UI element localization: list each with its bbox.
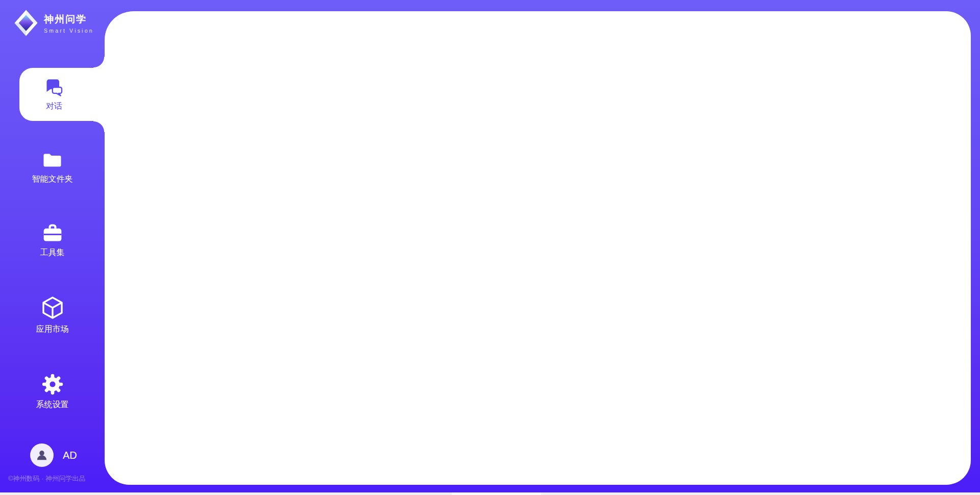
sidebar-item-chat[interactable]: 对话 [19, 68, 106, 121]
avatar [30, 443, 54, 467]
sidebar-item-folders[interactable]: 智能文件夹 [0, 150, 105, 185]
copyright-footer: ©神州数码 · 神州问学出品 [8, 474, 85, 483]
brand-logo: 神州问学 Smart Vision [13, 9, 94, 37]
user-initials: AD [63, 450, 77, 461]
user-profile[interactable]: AD [30, 443, 77, 467]
sidebar-item-label: 对话 [46, 101, 62, 112]
brand-name: 神州问学 [44, 13, 94, 26]
sidebar-item-label: 系统设置 [36, 400, 69, 410]
sidebar-item-label: 工具集 [40, 247, 65, 258]
chat-bubbles-icon [44, 77, 64, 97]
gear-icon [41, 373, 64, 396]
sidebar-item-market[interactable]: 应用市场 [0, 295, 105, 335]
tab-fillet-bottom [93, 121, 105, 132]
main-panel [105, 11, 971, 485]
horizontal-scrollbar[interactable] [0, 492, 980, 495]
briefcase-icon [41, 222, 64, 244]
tab-fillet-top [93, 57, 105, 68]
cube-icon [40, 295, 65, 320]
scrollbar-thumb[interactable] [452, 492, 541, 495]
folder-icon [41, 150, 63, 170]
sidebar-item-label: 应用市场 [36, 324, 69, 335]
brand-diamond-icon [13, 9, 39, 37]
brand-subtitle: Smart Vision [44, 28, 94, 34]
sidebar-item-settings[interactable]: 系统设置 [0, 373, 105, 410]
sidebar-item-tools[interactable]: 工具集 [0, 222, 105, 258]
sidebar-item-label: 智能文件夹 [32, 174, 73, 185]
